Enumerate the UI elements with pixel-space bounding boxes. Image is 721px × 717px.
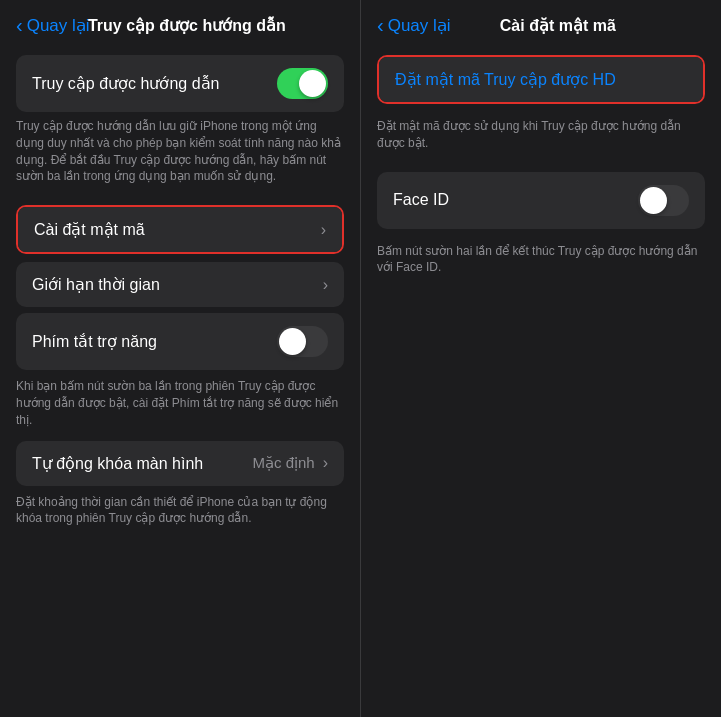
main-toggle-desc: Truy cập được hướng dẫn lưu giữ iPhone t… <box>0 112 360 197</box>
shortcut-toggle-switch[interactable] <box>277 326 328 357</box>
right-header: ‹ Quay lại Cài đặt mật mã <box>361 0 721 47</box>
main-toggle-row[interactable]: Truy cập được hướng dẫn <box>16 55 344 112</box>
time-limit-chevron-icon: › <box>323 276 328 294</box>
passcode-label: Cài đặt mật mã <box>34 220 145 239</box>
time-limit-label: Giới hạn thời gian <box>32 275 160 294</box>
left-header: ‹ Quay lại Truy cập được hướng dẫn <box>0 0 360 47</box>
right-panel: ‹ Quay lại Cài đặt mật mã Đặt mật mã Tru… <box>361 0 721 717</box>
shortcut-row-outer: Phím tắt trợ năng <box>16 313 344 370</box>
left-back-chevron-icon: ‹ <box>16 14 23 37</box>
auto-lock-row-outer: Tự động khóa màn hình Mặc định › <box>16 441 344 486</box>
shortcut-row[interactable]: Phím tắt trợ năng <box>16 313 344 370</box>
time-limit-row[interactable]: Giới hạn thời gian › <box>16 262 344 307</box>
face-id-desc: Bấm nút sườn hai lần để kết thúc Truy cậ… <box>361 237 721 289</box>
face-id-section: Face ID <box>377 172 705 229</box>
face-id-label: Face ID <box>393 191 449 209</box>
shortcut-toggle-knob <box>279 328 306 355</box>
auto-lock-value: Mặc định <box>252 454 314 472</box>
auto-lock-value-group: Mặc định › <box>252 454 328 472</box>
shortcut-label: Phím tắt trợ năng <box>32 332 157 351</box>
passcode-chevron-icon: › <box>321 221 326 239</box>
face-id-section-inner: Face ID <box>377 172 705 229</box>
set-passcode-desc: Đặt mật mã được sử dụng khi Truy cập đượ… <box>361 112 721 164</box>
auto-lock-label: Tự động khóa màn hình <box>32 454 203 473</box>
left-header-title: Truy cập được hướng dẫn <box>30 16 344 35</box>
passcode-row-highlighted[interactable]: Cài đặt mật mã › <box>16 205 344 254</box>
set-passcode-btn-highlighted[interactable]: Đặt mật mã Truy cập được HD <box>377 55 705 104</box>
auto-lock-row[interactable]: Tự động khóa màn hình Mặc định › <box>16 441 344 486</box>
set-passcode-label: Đặt mật mã Truy cập được HD <box>395 70 616 89</box>
face-id-row[interactable]: Face ID <box>377 172 705 229</box>
main-toggle-switch[interactable] <box>277 68 328 99</box>
shortcut-desc: Khi bạn bấm nút sườn ba lần trong phiên … <box>0 372 360 440</box>
set-passcode-btn-inner: Đặt mật mã Truy cập được HD <box>379 57 703 102</box>
auto-lock-desc: Đặt khoảng thời gian cần thiết để iPhone… <box>0 488 360 540</box>
time-limit-row-outer: Giới hạn thời gian › <box>16 262 344 307</box>
passcode-row-inner: Cài đặt mật mã › <box>18 207 342 252</box>
main-toggle-knob <box>299 70 326 97</box>
auto-lock-chevron-icon: › <box>323 454 328 472</box>
right-back-chevron-icon: ‹ <box>377 14 384 37</box>
main-toggle-label: Truy cập được hướng dẫn <box>32 74 219 93</box>
face-id-toggle-switch[interactable] <box>638 185 689 216</box>
face-id-toggle-knob <box>640 187 667 214</box>
left-panel: ‹ Quay lại Truy cập được hướng dẫn Truy … <box>0 0 360 717</box>
right-header-title: Cài đặt mật mã <box>411 16 705 35</box>
